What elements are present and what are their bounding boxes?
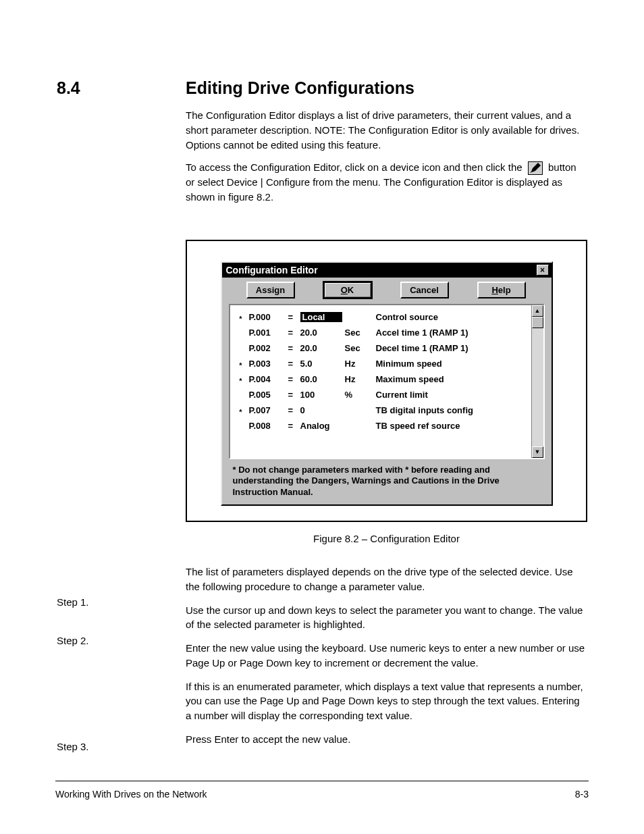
section-number: 8.4: [57, 78, 80, 98]
row-param: P.001: [249, 328, 286, 338]
row-value[interactable]: 0: [300, 405, 342, 415]
row-value[interactable]: 20.0: [300, 328, 342, 338]
lower-p1: The list of parameters displayed depends…: [186, 565, 587, 594]
step1-label: Step 1.: [57, 596, 89, 608]
row-value[interactable]: 60.0: [300, 374, 342, 384]
ok-button[interactable]: OK: [323, 282, 372, 298]
svg-marker-0: [531, 163, 541, 172]
row-unit: Sec: [345, 343, 373, 353]
help-button[interactable]: Help: [477, 282, 526, 298]
step2-text-b: If this is an enumerated parameter, whic…: [186, 679, 587, 723]
parameter-row[interactable]: *P.007=0TB digital inputs config: [236, 405, 526, 415]
row-value[interactable]: 5.0: [300, 359, 342, 369]
row-param: P.008: [249, 421, 286, 431]
row-param: P.003: [249, 359, 286, 369]
intro-p1: The Configuration Editor displays a list…: [186, 108, 587, 152]
parameter-row[interactable]: *P.000=LocalControl source: [236, 312, 526, 322]
titlebar: Configuration Editor ×: [222, 263, 552, 278]
intro-p2: To access the Configuration Editor, clic…: [186, 160, 587, 205]
dialog-warning: * Do not change parameters marked with *…: [230, 462, 543, 502]
row-star: *: [236, 408, 246, 416]
scroll-down-icon[interactable]: ▼: [532, 446, 543, 458]
row-desc: Minimum speed: [376, 359, 526, 369]
row-value[interactable]: 20.0: [300, 343, 342, 353]
intro-text: The Configuration Editor displays a list…: [186, 108, 587, 213]
dialog-toolbar: Assign OK Cancel Help: [222, 278, 552, 304]
row-star: *: [236, 377, 246, 385]
row-param: P.002: [249, 343, 286, 353]
row-eq: =: [288, 390, 298, 400]
row-unit: %: [345, 390, 373, 400]
row-desc: Control source: [376, 312, 526, 322]
row-eq: =: [288, 343, 298, 353]
footer-left: Working With Drives on the Network: [55, 789, 207, 800]
row-eq: =: [288, 312, 298, 322]
row-param: P.007: [249, 405, 286, 415]
row-unit: Hz: [345, 359, 373, 369]
pencil-icon: [528, 161, 543, 175]
row-desc: Accel time 1 (RAMP 1): [376, 328, 526, 338]
parameter-row[interactable]: P.002=20.0SecDecel time 1 (RAMP 1): [236, 343, 526, 353]
close-icon[interactable]: ×: [537, 265, 549, 276]
scroll-track[interactable]: [532, 328, 543, 446]
row-value[interactable]: Local: [300, 312, 342, 322]
row-eq: =: [288, 359, 298, 369]
row-unit: Sec: [345, 328, 373, 338]
step3-label: Step 3.: [57, 741, 89, 752]
row-desc: TB speed ref source: [376, 421, 526, 431]
parameter-row[interactable]: *P.003=5.0HzMinimum speed: [236, 359, 526, 369]
parameter-row[interactable]: P.005=100%Current limit: [236, 390, 526, 400]
parameter-row[interactable]: *P.004=60.0HzMaximum speed: [236, 374, 526, 384]
row-eq: =: [288, 405, 298, 415]
step2-text: Enter the new value using the keyboard. …: [186, 641, 587, 671]
footer-right: 8-3: [575, 789, 589, 800]
figure-caption: Figure 8.2 – Configuration Editor: [186, 533, 587, 544]
row-param: P.005: [249, 390, 286, 400]
row-param: P.000: [249, 312, 286, 322]
footer-rule: [55, 781, 589, 781]
row-desc: Maximum speed: [376, 374, 526, 384]
section-title: Editing Drive Configurations: [186, 78, 414, 98]
scroll-up-icon[interactable]: ▲: [532, 305, 543, 317]
row-star: *: [236, 315, 246, 323]
parameter-list[interactable]: *P.000=LocalControl sourceP.001=20.0SecA…: [229, 304, 545, 459]
row-star: *: [236, 361, 246, 369]
step2-label: Step 2.: [57, 635, 89, 646]
row-desc: Current limit: [376, 390, 526, 400]
intro-p2a: To access the Configuration Editor, clic…: [186, 161, 525, 173]
row-desc: TB digital inputs config: [376, 405, 526, 415]
row-desc: Decel time 1 (RAMP 1): [376, 343, 526, 353]
row-eq: =: [288, 328, 298, 338]
config-editor-dialog: Configuration Editor × Assign OK Cancel …: [221, 261, 553, 506]
lower-text: The list of parameters displayed depends…: [186, 565, 587, 756]
step3-text: Press Enter to accept the new value.: [186, 732, 587, 747]
row-value[interactable]: Analog: [300, 421, 342, 431]
assign-button[interactable]: Assign: [246, 282, 295, 298]
parameter-list-inner: *P.000=LocalControl sourceP.001=20.0SecA…: [230, 305, 531, 458]
parameter-row[interactable]: P.001=20.0SecAccel time 1 (RAMP 1): [236, 328, 526, 338]
figure-box: Configuration Editor × Assign OK Cancel …: [186, 240, 587, 522]
row-value[interactable]: 100: [300, 390, 342, 400]
scrollbar[interactable]: ▲ ▼: [531, 305, 543, 458]
parameter-row[interactable]: P.008=AnalogTB speed ref source: [236, 421, 526, 431]
figure-wrap: Configuration Editor × Assign OK Cancel …: [186, 240, 587, 544]
cancel-button[interactable]: Cancel: [400, 282, 449, 298]
row-eq: =: [288, 374, 298, 384]
row-eq: =: [288, 421, 298, 431]
dialog-title: Configuration Editor: [225, 265, 537, 276]
scroll-thumb[interactable]: [532, 317, 543, 328]
row-unit: Hz: [345, 374, 373, 384]
row-param: P.004: [249, 374, 286, 384]
step1-text: Use the cursor up and down keys to selec…: [186, 603, 587, 633]
